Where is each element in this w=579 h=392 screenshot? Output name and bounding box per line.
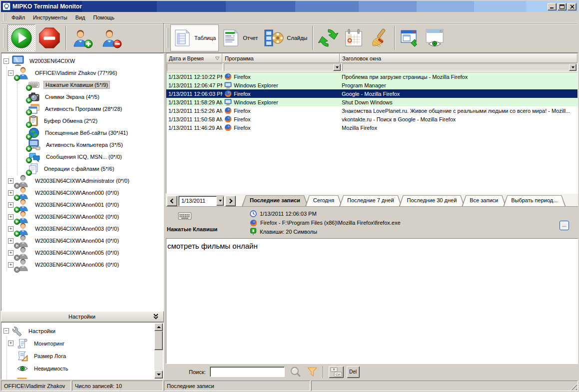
collapse-icon[interactable]: − [8,70,13,76]
column-header-datetime[interactable]: Дата и Время [166,53,222,63]
users-tree: − W2003EN64CIXW − OFFICE\Vladimir Zhakov… [1,53,164,311]
tree-node-user-anon001[interactable]: + W2003EN64CIXW\Anon001 (0*/0) [7,199,163,211]
column-header-window-title[interactable]: Заголовок окна [340,53,578,63]
slides-view-button[interactable]: Слайды [261,24,310,51]
menu-tools[interactable]: Инструменты [29,13,71,22]
tree-node-websites[interactable]: Посещенные Веб-сайты (30*/41) [17,127,163,139]
tree-node-user-administrator[interactable]: + W2003EN64CIXW\Administrator (0*/0) [7,175,163,187]
filter-funnel-icon[interactable] [307,367,318,378]
settings-node-log-size[interactable]: Размер Лога [7,350,163,362]
toolbar-grip-2[interactable] [166,28,169,48]
expand-icon[interactable]: + [8,226,13,232]
record-row[interactable]: 1/13/2011 11:46:29 AM Firefox Mozilla Fi… [166,123,578,132]
collapse-icon[interactable]: − [3,328,9,334]
tree-node-user-anon000[interactable]: + W2003EN64CIXW\Anon000 (0*/0) [7,187,163,199]
minimize-button[interactable] [548,3,557,10]
calendar-button[interactable] [341,24,366,51]
next-date-button[interactable] [225,196,236,206]
more-button[interactable]: ... [560,221,569,230]
search-input[interactable] [210,367,285,377]
tab-select-period[interactable]: Выбрать период... [503,195,566,206]
expand-icon[interactable]: + [8,178,13,184]
tree-node-computer[interactable]: − W2003EN64CIXW [1,55,163,67]
record-row[interactable]: 1/13/2011 11:52:26 AM Firefox Знакомства… [166,106,578,115]
tree-node-computer-activity[interactable]: Активность Компьютера (3*/5) [17,139,163,151]
recording-badge-icon [14,75,20,81]
tree-node-user-anon003[interactable]: + W2003EN64CIXW\Anon003 (0*/0) [7,223,163,235]
search-icon[interactable] [290,366,302,378]
status-current-user: OFFICE\Vladimir Zhakov [1,381,71,391]
expand-icon[interactable]: + [8,238,13,244]
close-button[interactable] [568,3,577,10]
tab-all-records[interactable]: Все записи [462,195,506,206]
record-row[interactable]: 1/13/2011 11:58:29 AM Windows Explorer S… [166,98,578,106]
toolbar-grip[interactable] [3,28,6,48]
settings-node-monitoring[interactable]: + Мониторинг [7,337,163,350]
date-dropdown-button[interactable] [216,196,224,206]
settings-node-invisibility[interactable]: Невидимость [7,362,163,375]
expand-icon[interactable]: + [8,262,13,268]
tree-node-user-anon004[interactable]: + W2003EN64CIXW\Anon004 (0*/0) [7,235,163,247]
expand-icon[interactable]: + [8,250,13,256]
clear-log-button[interactable] [366,24,392,51]
user-icon [16,186,29,199]
filter-program[interactable] [224,63,341,71]
scroll-thumb[interactable] [154,331,163,350]
settings-node-root[interactable]: − Настройки [1,325,163,337]
settings-scrollbar[interactable] [154,323,163,379]
filter-datetime[interactable] [167,63,223,71]
column-header-program[interactable]: Программа [222,53,340,63]
remove-user-button[interactable] [97,24,121,51]
report-view-button[interactable]: Отчет [219,24,261,51]
tab-last-7-days[interactable]: Последние 7 дней [339,195,402,206]
tree-node-active-user[interactable]: − OFFICE\Vladimir Zhakov (77*/96) [7,67,163,79]
add-user-button[interactable] [68,24,92,51]
record-row-selected[interactable]: 1/13/2011 12:06:03 PM Firefox Google - M… [166,89,578,98]
menu-file[interactable]: Файл [7,13,29,22]
expand-icon[interactable]: + [8,341,13,346]
menu-view[interactable]: Вид [71,13,89,22]
tree-node-clipboard[interactable]: Буфер Обмена (2*/2) [17,115,163,127]
scroll-up-button[interactable] [154,323,163,331]
tree-node-file-operations[interactable]: Операции с файлами (5*/6) [17,163,163,175]
settings-node-access-policy[interactable]: Политика доступа [7,375,163,380]
prev-date-button[interactable] [167,196,177,206]
start-monitoring-button[interactable] [7,24,35,51]
resize-grip[interactable] [571,384,577,390]
date-combobox[interactable]: 1/13/2011 [178,196,224,206]
expand-icon[interactable]: + [8,190,13,196]
del-key-button[interactable]: Del [347,366,360,378]
record-row[interactable]: 1/13/2011 12:06:47 PM Windows Explorer P… [166,81,578,89]
tab-latest-records[interactable]: Последние записи [242,195,308,206]
tree-node-user-anon006[interactable]: + W2003EN64CIXW\Anon006 (0*/0) [7,259,163,271]
detail-program-path: Firefox - F:\Program Files (x86)\Mozilla… [260,220,401,226]
record-row[interactable]: 1/13/2011 12:10:22 PM Firefox Проблема п… [166,72,578,81]
tree-node-user-anon002[interactable]: + W2003EN64CIXW\Anon002 (0*/0) [7,211,163,223]
records-grid: Дата и Время Программа Заголовок окна 1/… [166,53,578,194]
hide-window-button[interactable] [422,24,447,51]
refresh-button[interactable] [315,24,341,51]
tab-last-30-days[interactable]: Последние 30 дней [399,195,465,206]
ctrl-key-button[interactable] [329,366,344,378]
filter-dropdown-button[interactable] [569,64,577,71]
expand-icon[interactable]: + [8,202,13,208]
filter-dropdown-button[interactable] [333,64,341,71]
stop-monitoring-button[interactable] [35,24,63,51]
tree-node-screenshots[interactable]: Снимки Экрана (4*/5) [17,91,163,103]
filter-window-title[interactable] [342,63,577,71]
expand-icon[interactable]: + [8,214,13,220]
record-row[interactable]: 1/13/2011 11:50:58 AM Firefox vkontakte.… [166,115,578,123]
tree-node-keystrokes[interactable]: Нажатые Клавиши (5*/9) [17,79,163,91]
table-view-button[interactable]: Таблица [170,24,219,51]
settings-panel-header[interactable]: Настройки [1,311,164,322]
scroll-down-button[interactable] [154,371,163,379]
tree-node-program-activity[interactable]: Активность Программ (28*/28) [17,103,163,115]
tab-today[interactable]: Сегодня [305,195,342,206]
tree-node-messengers[interactable]: Сообщения ICQ, MSN... (0*/0) [17,151,163,163]
open-window-button[interactable] [397,24,422,51]
maximize-button[interactable] [558,3,567,10]
menu-help[interactable]: Помощь [89,13,119,22]
menu-grip[interactable] [3,13,6,21]
tree-node-user-anon005[interactable]: + W2003EN64CIXW\Anon005 (0*/0) [7,247,163,259]
collapse-icon[interactable]: − [3,58,9,64]
